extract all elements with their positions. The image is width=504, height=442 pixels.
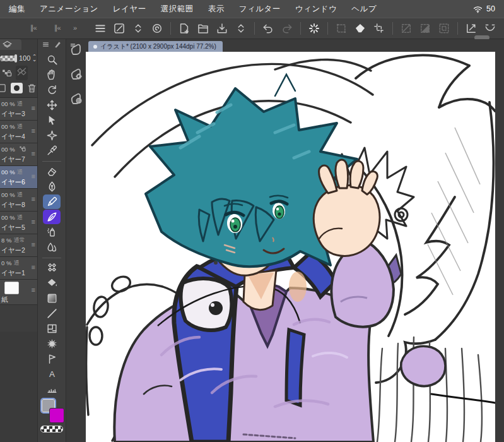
snap-curve-icon[interactable] — [483, 21, 498, 36]
clip-studio-icon[interactable] — [149, 21, 165, 36]
hand-tool[interactable] — [43, 68, 61, 82]
redo-icon[interactable] — [279, 21, 295, 36]
canvas[interactable] — [86, 52, 495, 442]
panel-collapse-mid[interactable]: ∥« — [54, 24, 61, 32]
deselect-icon[interactable] — [399, 21, 414, 36]
save-file-icon[interactable] — [214, 21, 230, 36]
layer-row[interactable]: 8 %通常イヤー2≡ — [0, 234, 37, 257]
delete-layer-icon[interactable] — [26, 83, 37, 93]
eyedropper-tool[interactable] — [43, 143, 61, 158]
tool-palette: A — [38, 39, 66, 442]
pen-tool[interactable] — [43, 179, 61, 194]
crop-frame-icon[interactable] — [372, 21, 387, 36]
document-tab-bar: イラスト* (2100 x 2900px 144dpi 77.2%) — [86, 39, 504, 52]
invert-selection-icon[interactable] — [418, 21, 433, 36]
rotate-tool[interactable] — [43, 83, 61, 97]
tool-divider — [42, 161, 61, 162]
pen-settings-icon[interactable] — [112, 21, 127, 36]
sub-color-swatch[interactable] — [49, 408, 64, 423]
layers-icon — [3, 40, 12, 49]
figure-tool[interactable] — [43, 306, 61, 321]
layer-row[interactable]: 00 %イヤー7≡ — [0, 143, 37, 166]
layer-handle-icon[interactable]: ≡ — [32, 128, 35, 134]
layer-opacity: 00 % — [1, 214, 15, 221]
layer-row[interactable]: 00 %通イヤー8≡ — [0, 189, 37, 212]
fill-tool[interactable] — [43, 276, 61, 290]
layers-panel-tab[interactable] — [0, 39, 21, 50]
operate-tool[interactable] — [43, 113, 61, 128]
layer-blend-mode: 通 — [17, 213, 23, 222]
layer-handle-icon[interactable]: ≡ — [32, 242, 35, 248]
menu-7[interactable]: ウィンドウ — [295, 4, 337, 15]
menu-1[interactable]: 編集 — [9, 4, 25, 15]
transparent-color-swatch[interactable] — [40, 426, 63, 433]
clip-to-layer-icon[interactable] — [16, 66, 28, 80]
layer-row[interactable]: 00 %通イヤー4≡ — [0, 121, 37, 143]
brush-tool[interactable] — [43, 210, 61, 224]
layer-row[interactable]: 0 %通イヤー1≡ — [0, 257, 37, 280]
layer-handle-icon[interactable]: ≡ — [32, 196, 35, 202]
expand-chevrons-icon[interactable] — [233, 21, 249, 36]
layer-row[interactable]: 00 %通イヤー5≡ — [0, 212, 37, 234]
airbrush-tool[interactable] — [43, 225, 61, 239]
layer-handle-icon[interactable]: ≡ — [32, 174, 35, 179]
layer-row[interactable]: 00 %通イヤー6≡ — [0, 166, 37, 189]
gradient-tool[interactable] — [43, 291, 61, 306]
open-file-icon[interactable] — [196, 21, 211, 36]
hand-menu-icon[interactable] — [69, 42, 84, 57]
opacity-stepper[interactable]: ⌃⌄ — [32, 55, 37, 61]
decoration-tool[interactable] — [43, 261, 61, 275]
marker-tool[interactable] — [43, 194, 61, 209]
expand-chevrons-icon[interactable] — [131, 21, 146, 36]
sparkle-icon[interactable] — [307, 21, 322, 36]
layer-handle-icon[interactable]: ≡ — [32, 287, 35, 293]
auto-select-tool[interactable] — [43, 128, 61, 143]
hand-gear-icon[interactable] — [69, 66, 84, 81]
layers-panel: 100 ⌃⌄ — [0, 39, 38, 442]
saturated-line-tool[interactable] — [43, 337, 61, 351]
menu-2[interactable]: アニメーション — [40, 4, 98, 15]
snap-ruler-icon[interactable] — [464, 21, 479, 36]
zoom-tool[interactable] — [43, 52, 61, 67]
menu-8[interactable]: ヘルプ — [351, 4, 377, 15]
layer-row-paper[interactable]: 紙≡ — [0, 280, 37, 305]
layer-handle-icon[interactable]: ≡ — [32, 265, 35, 270]
select-launcher-icon[interactable] — [334, 21, 349, 36]
snap-special-icon[interactable] — [501, 21, 504, 36]
menu-4[interactable]: 選択範囲 — [161, 4, 194, 15]
current-tool-pen-icon — [54, 40, 62, 49]
text-tool[interactable]: A — [43, 367, 61, 381]
lock-transparent-pixels-icon[interactable] — [1, 68, 12, 78]
erase-diamond-icon[interactable] — [353, 21, 368, 36]
frame-tool[interactable] — [43, 321, 61, 336]
new-layer-icon[interactable] — [0, 83, 7, 93]
layer-handle-icon[interactable]: ≡ — [32, 105, 35, 111]
opacity-slider[interactable] — [0, 56, 17, 61]
panel-collapse-left[interactable]: ∥« — [30, 24, 37, 32]
new-canvas-icon[interactable] — [177, 21, 192, 36]
main-menu-icon[interactable] — [93, 21, 108, 36]
border-selection-icon[interactable] — [437, 21, 452, 36]
ruler-tool[interactable] — [43, 382, 61, 397]
menu-5[interactable]: 表示 — [208, 4, 225, 15]
layer-opacity: 00 % — [1, 100, 15, 107]
move-tool[interactable] — [43, 98, 61, 112]
layer-blend-mode: 通 — [17, 191, 23, 199]
panel-collapse-right[interactable]: » — [73, 24, 76, 32]
blend-tool[interactable] — [43, 240, 61, 254]
layer-row[interactable]: 00 %通イヤー3≡ — [0, 98, 37, 121]
command-bar: ∥« ∥« » — [0, 18, 504, 39]
eraser-tool[interactable] — [43, 164, 61, 179]
document-tab[interactable]: イラスト* (2100 x 2900px 144dpi 77.2%) — [88, 41, 223, 52]
menu-6[interactable]: フィルター — [239, 4, 281, 15]
selection-pen-tool[interactable] — [43, 352, 61, 366]
layer-handle-icon[interactable]: ≡ — [32, 151, 35, 157]
layer-opacity: 00 % — [1, 191, 15, 198]
undo-icon[interactable] — [261, 21, 276, 36]
layer-mask-icon[interactable] — [11, 83, 23, 93]
layer-name: 紙 — [1, 296, 37, 304]
menu-3[interactable]: レイヤー — [113, 4, 146, 15]
hand-clip-icon[interactable] — [69, 91, 84, 106]
tool-menu-icon[interactable] — [42, 40, 50, 49]
layer-handle-icon[interactable]: ≡ — [32, 219, 35, 225]
